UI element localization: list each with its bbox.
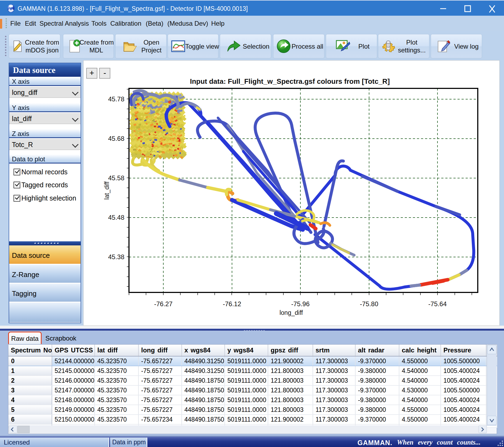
svg-text:45.38: 45.38: [108, 253, 124, 261]
svg-text:45.68: 45.68: [108, 135, 124, 142]
svg-text:Input data: Full_Flight_w_Spec: Input data: Full_Flight_w_Spectra.gsf co…: [190, 77, 390, 85]
svg-text:45.48: 45.48: [108, 214, 124, 221]
svg-text:-75.96: -75.96: [291, 300, 310, 308]
svg-text:-75.80: -75.80: [360, 300, 378, 308]
svg-text:long_diff: long_diff: [280, 309, 303, 316]
svg-text:45.78: 45.78: [108, 95, 124, 103]
svg-text:lat_diff: lat_diff: [103, 181, 110, 200]
svg-text:-76.27: -76.27: [154, 300, 173, 308]
svg-text:45.58: 45.58: [108, 174, 124, 182]
svg-text:-76.12: -76.12: [223, 300, 241, 308]
svg-text:-75.64: -75.64: [428, 300, 447, 308]
